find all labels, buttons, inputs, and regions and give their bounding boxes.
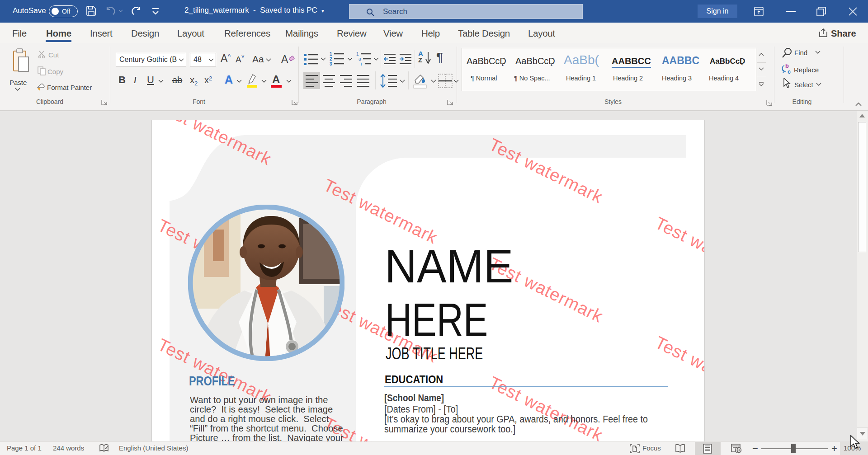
- svg-text:3: 3: [330, 61, 332, 66]
- svg-text:a: a: [359, 56, 361, 61]
- svg-text:c: c: [788, 68, 791, 75]
- svg-text:1: 1: [356, 52, 359, 56]
- svg-text:1: 1: [330, 52, 332, 56]
- svg-text:i: i: [361, 61, 362, 66]
- svg-text:2: 2: [330, 56, 332, 61]
